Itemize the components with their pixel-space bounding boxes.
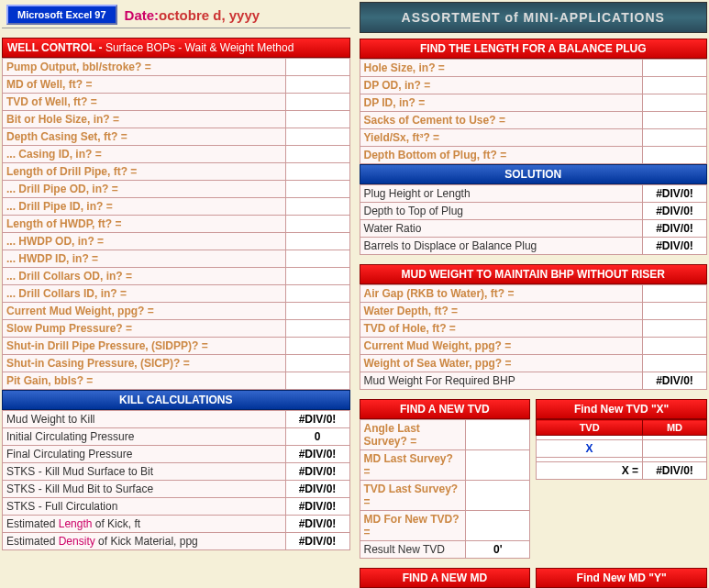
input-label: MD of Well, ft? = [3,76,286,94]
result-label: Estimated Density of Kick Material, ppg [3,533,286,550]
input-label: Depth Bottom of Plug, ft? = [360,147,643,164]
input-label: ... Casing ID, in? = [3,146,286,163]
input-cell[interactable] [643,147,707,164]
input-cell[interactable] [285,233,349,250]
input-cell[interactable] [285,320,349,338]
result-label: Plug Height or Length [360,185,643,203]
result-label: Water Ratio [360,220,643,238]
input-cell[interactable] [643,77,707,94]
input-label: MD For New TVD? = [360,511,466,541]
result-label: Final Circulating Pressure [3,446,286,463]
input-label: Length of HWDP, ft? = [3,216,286,233]
input-label: Pit Gain, bbls? = [3,372,286,390]
tvd-x-table: TVDMD X X =#DIV/0! [536,419,707,480]
input-cell[interactable] [285,285,349,303]
excel-badge: Microsoft Excel 97 [6,5,117,25]
input-cell[interactable] [285,303,349,320]
result-label: STKS - Kill Mud Surface to Bit [3,463,286,481]
mud-weight-header: MUD WEIGHT TO MAINTAIN BHP WITHOUT RISER [360,264,708,284]
input-cell[interactable] [466,420,530,450]
input-cell[interactable] [285,128,349,146]
result-value: #DIV/0! [285,498,349,516]
input-cell[interactable] [285,59,349,76]
result-label: STKS - Full Circulation [3,498,286,516]
assortment-banner: ASSORTMENT of MINI-APPLICATIONS [360,2,708,33]
result-label: Mud Weight to Kill [3,411,286,428]
input-label: Air Gap (RKB to Water), ft? = [360,285,643,303]
input-cell[interactable] [285,111,349,128]
balance-plug-solution: Plug Height or Length#DIV/0!Depth to Top… [360,184,708,255]
input-label: TVD of Hole, ft? = [360,320,643,338]
input-cell[interactable] [466,481,530,511]
input-label: DP ID, in? = [360,94,643,112]
input-cell[interactable] [643,355,707,372]
input-label: ... Drill Collars OD, in? = [3,268,286,285]
result-value: 0' [466,541,530,559]
input-cell[interactable] [285,181,349,198]
input-cell[interactable] [285,216,349,233]
solution-header: SOLUTION [360,164,708,184]
input-label: Depth Casing Set, ft? = [3,128,286,146]
new-md-header: FIND A NEW MD [360,568,531,588]
input-cell[interactable] [285,268,349,285]
new-tvd-header: FIND A NEW TVD [360,399,531,419]
balance-plug-inputs: Hole Size, in? =DP OD, in? =DP ID, in? =… [360,59,708,164]
result-label: Barrels to Displace or Balance Plug [360,238,643,255]
result-value: #DIV/0! [285,481,349,498]
input-label: Sacks of Cement to Use? = [360,112,643,129]
input-cell[interactable] [643,129,707,147]
result-label: Result New TVD [360,541,466,559]
input-cell[interactable] [643,303,707,320]
result-value: #DIV/0! [643,203,707,220]
input-label: Bit or Hole Size, in? = [3,111,286,128]
input-cell[interactable] [643,94,707,112]
input-cell[interactable] [285,76,349,94]
result-label: Mud Weight For Required BHP [360,372,643,390]
input-label: Slow Pump Pressure? = [3,320,286,338]
input-cell[interactable] [285,146,349,163]
result-value: #DIV/0! [643,238,707,255]
input-cell[interactable] [285,198,349,216]
result-label: Depth to Top of Plug [360,203,643,220]
input-cell[interactable] [643,285,707,303]
input-cell[interactable] [285,163,349,181]
input-label: DP OD, in? = [360,77,643,94]
well-control-table: Pump Output, bbl/stroke? =MD of Well, ft… [2,58,350,390]
result-value: #DIV/0! [285,463,349,481]
md-cell-2[interactable] [643,440,707,458]
result-label: STKS - Kill Mud Bit to Surface [3,481,286,498]
input-cell[interactable] [643,60,707,77]
md-y-header: Find New MD "Y" [536,568,707,588]
result-value: #DIV/0! [643,220,707,238]
well-control-header: WELL CONTROL - Surface BOPs - Wait & Wei… [2,38,350,58]
result-label: Initial Circulating Pressure [3,428,286,446]
input-cell[interactable] [643,112,707,129]
result-value: #DIV/0! [285,533,349,550]
input-label: Shut-in Casing Pressure, (SICP)? = [3,355,286,372]
input-label: ... Drill Collars ID, in? = [3,285,286,303]
input-cell[interactable] [285,250,349,268]
result-value: #DIV/0! [643,372,707,390]
input-label: Current Mud Weight, ppg? = [3,303,286,320]
x-eq-label: X = [537,462,643,480]
tvd-x-header: Find New TVD "X" [536,399,707,419]
input-label: ... HWDP ID, in? = [3,250,286,268]
input-label: ... Drill Pipe OD, in? = [3,181,286,198]
input-cell[interactable] [285,355,349,372]
md-col: MD [643,420,707,436]
new-tvd-table: Angle Last Survey? =MD Last Survey? =TVD… [360,419,531,559]
result-value: #DIV/0! [285,446,349,463]
input-cell[interactable] [285,94,349,111]
input-cell[interactable] [285,372,349,390]
input-label: Pump Output, bbl/stroke? = [3,59,286,76]
input-label: Shut-in Drill Pipe Pressure, (SIDPP)? = [3,338,286,355]
x-marker: X [537,440,643,458]
input-cell[interactable] [643,338,707,355]
input-cell[interactable] [466,450,530,481]
input-cell[interactable] [285,338,349,355]
input-cell[interactable] [466,511,530,541]
result-value: 0 [285,428,349,446]
input-cell[interactable] [643,320,707,338]
input-label: TVD Last Survey? = [360,481,466,511]
tvd-col: TVD [537,420,643,436]
